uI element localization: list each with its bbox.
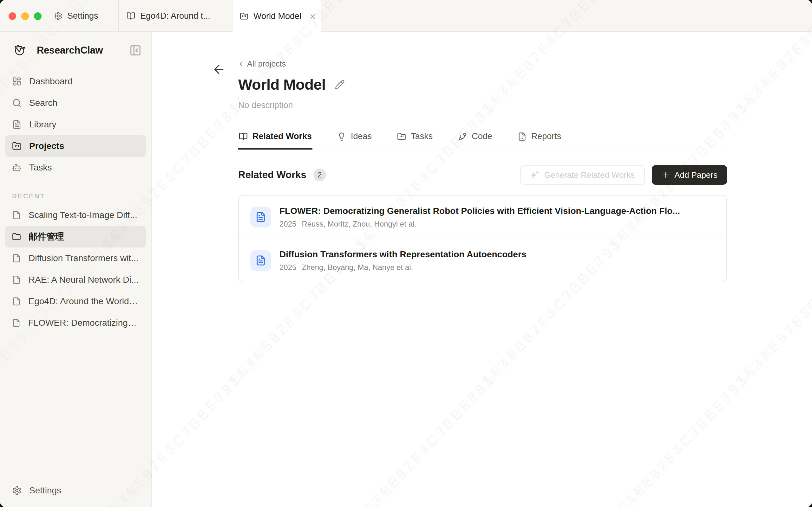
main-content: All projects World Model No description … — [152, 32, 812, 507]
sidebar-item-search[interactable]: Search — [5, 92, 146, 114]
tab-ideas[interactable]: Ideas — [337, 127, 372, 150]
recent-item-label: Scaling Text-to-Image Diff... — [29, 210, 137, 220]
traffic-lights — [9, 0, 42, 32]
plus-icon — [661, 170, 670, 179]
chevron-left-icon — [238, 60, 245, 67]
recent-item[interactable]: Scaling Text-to-Image Diff... — [5, 205, 146, 226]
researchclaw-logo-icon — [11, 42, 28, 59]
titlebar-settings-button[interactable]: Settings — [54, 0, 98, 32]
paper-row[interactable]: Diffusion Transformers with Representati… — [239, 239, 726, 282]
paper-authors: Zheng, Boyang, Ma, Nanye et al. — [302, 263, 413, 272]
sidebar-item-projects[interactable]: Projects — [5, 135, 146, 157]
sidebar-header: ResearchClaw — [0, 32, 151, 65]
project-description: No description — [238, 101, 293, 110]
sidebar: ResearchClaw Dashboard Search Library — [0, 32, 152, 507]
close-tab-icon[interactable] — [309, 13, 316, 20]
tab-label: Code — [472, 131, 492, 141]
recent-item-label: 邮件管理 — [29, 231, 64, 243]
sidebar-item-label: Library — [29, 119, 56, 130]
folder-kanban-icon — [397, 132, 406, 141]
paper-file-icon — [250, 207, 271, 228]
paper-title: Diffusion Transformers with Representati… — [280, 249, 526, 260]
tab-world-model[interactable]: World Model — [233, 0, 321, 33]
book-open-icon — [239, 132, 248, 141]
collapse-sidebar-icon[interactable] — [130, 44, 142, 56]
page-title: World Model — [238, 76, 326, 93]
titlebar-settings-label: Settings — [67, 11, 98, 21]
file-text-icon — [12, 120, 21, 129]
sidebar-item-library[interactable]: Library — [5, 114, 146, 135]
add-papers-button[interactable]: Add Papers — [652, 165, 727, 185]
minimize-window-button[interactable] — [21, 12, 29, 20]
bot-icon — [12, 163, 21, 172]
edit-title-pencil-icon[interactable] — [335, 79, 345, 90]
tab-label: Reports — [531, 131, 561, 141]
app-window: Settings Ego4D: Around t... World Model … — [0, 0, 812, 507]
tab-label: Ideas — [351, 131, 372, 141]
close-window-button[interactable] — [9, 12, 16, 20]
back-arrow-icon[interactable] — [212, 62, 226, 76]
tab-label: Ego4D: Around t... — [140, 11, 210, 21]
sidebar-item-label: Dashboard — [29, 76, 72, 87]
recent-item-label: Ego4D: Around the World i... — [29, 296, 139, 306]
file-icon — [12, 211, 21, 220]
file-icon — [12, 275, 21, 284]
sidebar-nav: Dashboard Search Library Projects Tasks — [0, 65, 151, 178]
folder-icon — [12, 232, 21, 241]
book-open-icon — [126, 12, 135, 20]
dashboard-icon — [12, 77, 21, 86]
paper-row[interactable]: FLOWER: Democratizing Generalist Robot P… — [239, 195, 726, 239]
lightbulb-icon — [337, 132, 346, 141]
sidebar-item-dashboard[interactable]: Dashboard — [5, 71, 146, 92]
breadcrumb-label: All projects — [247, 59, 286, 68]
add-papers-label: Add Papers — [674, 170, 717, 180]
tab-ego4d[interactable]: Ego4D: Around t... — [118, 0, 230, 32]
sidebar-settings-button[interactable]: Settings — [0, 486, 151, 507]
maximize-window-button[interactable] — [34, 12, 42, 20]
tab-related-works[interactable]: Related Works — [238, 127, 312, 150]
sidebar-item-label: Projects — [29, 141, 64, 151]
recent-item[interactable]: Diffusion Transformers wit... — [5, 247, 146, 269]
generate-related-works-button[interactable]: Generate Related Works — [520, 165, 645, 185]
project-tabs: Related Works Ideas Tasks Code Reports — [238, 127, 727, 149]
folder-icon — [240, 12, 248, 20]
paper-year: 2025 — [280, 220, 296, 228]
papers-list: FLOWER: Democratizing Generalist Robot P… — [238, 195, 727, 282]
file-icon — [12, 254, 21, 263]
breadcrumb[interactable]: All projects — [238, 59, 286, 68]
report-file-icon — [518, 132, 526, 141]
sidebar-item-tasks[interactable]: Tasks — [5, 157, 146, 178]
recent-item-label: FLOWER: Democratizing G... — [28, 318, 139, 328]
paper-file-icon — [250, 250, 271, 271]
app-name: ResearchClaw — [37, 45, 103, 56]
recent-item[interactable]: RAE: A Neural Network Di... — [5, 269, 146, 291]
recent-item[interactable]: Ego4D: Around the World i... — [5, 291, 146, 312]
folder-kanban-icon — [12, 141, 21, 151]
recent-item-label: RAE: A Neural Network Di... — [29, 275, 139, 285]
paper-title: FLOWER: Democratizing Generalist Robot P… — [280, 206, 680, 216]
recent-section-label: RECENT — [0, 192, 151, 205]
recent-item[interactable]: FLOWER: Democratizing G... — [5, 312, 146, 334]
search-icon — [12, 98, 21, 108]
file-icon — [12, 319, 20, 327]
window-titlebar: Settings Ego4D: Around t... World Model — [0, 0, 812, 32]
paper-year: 2025 — [280, 263, 296, 272]
sparkles-icon — [530, 170, 539, 179]
sidebar-item-label: Search — [29, 98, 57, 108]
recent-item-label: Diffusion Transformers wit... — [29, 253, 138, 263]
related-works-count-badge: 2 — [313, 169, 326, 181]
tab-label: Related Works — [252, 131, 312, 141]
file-icon — [12, 297, 21, 306]
sidebar-item-label: Tasks — [29, 163, 52, 173]
gear-icon — [54, 12, 62, 20]
gear-icon — [12, 486, 21, 495]
paper-authors: Reuss, Moritz, Zhou, Hongyi et al. — [302, 220, 416, 228]
section-title: Related Works — [238, 169, 306, 181]
tab-code[interactable]: Code — [457, 127, 493, 150]
tab-tasks[interactable]: Tasks — [397, 127, 433, 150]
tab-reports[interactable]: Reports — [517, 127, 562, 150]
tab-label: Tasks — [411, 131, 433, 141]
recent-item-mail-project[interactable]: 邮件管理 — [5, 226, 146, 247]
sidebar-settings-label: Settings — [29, 486, 61, 496]
recent-list: Scaling Text-to-Image Diff... 邮件管理 Diffu… — [0, 205, 151, 334]
